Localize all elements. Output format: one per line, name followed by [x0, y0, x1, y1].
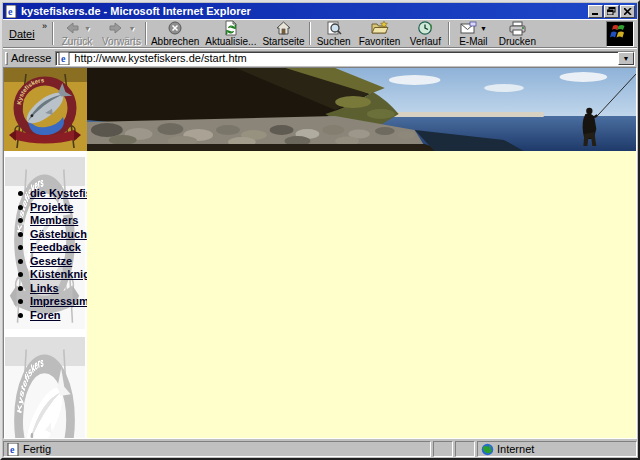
nav-item: Küstenknigge: [30, 268, 87, 282]
nav-item: Projekte: [30, 201, 87, 215]
nav-link-members[interactable]: Members: [30, 214, 78, 226]
refresh-label: Aktualisie...: [205, 36, 256, 47]
minimize-icon: [592, 8, 600, 15]
nav-link-feedback[interactable]: Feedback: [30, 241, 81, 253]
favorites-button[interactable]: Favoriten: [356, 21, 404, 46]
print-button[interactable]: Drucken: [495, 21, 539, 46]
svg-text:e: e: [10, 444, 15, 455]
history-label: Verlauf: [410, 36, 441, 47]
back-label: Zurück: [62, 36, 93, 47]
titlebar[interactable]: e kystefiskers.de - Microsoft Internet E…: [3, 3, 637, 19]
home-label: Startseite: [262, 36, 304, 47]
close-icon: [624, 8, 632, 15]
nav-item: Gesetze: [30, 255, 87, 269]
nav-item: Impressum: [30, 295, 87, 309]
internet-globe-icon: [481, 443, 494, 456]
history-icon: [417, 20, 433, 36]
favorites-label: Favoriten: [359, 36, 401, 47]
browser-viewport: die Kystefiskers Projekte Members Gästeb…: [3, 67, 637, 439]
address-dropdown-button[interactable]: ▼: [618, 52, 634, 65]
nav-link-projekte[interactable]: Projekte: [30, 201, 73, 213]
back-dropdown-icon[interactable]: ▼: [84, 25, 91, 32]
toolbar-separator: [448, 22, 450, 45]
refresh-button[interactable]: Aktualisie...: [202, 21, 259, 46]
url-text[interactable]: http://www.kystefiskers.de/start.htm: [74, 52, 618, 64]
search-button[interactable]: Suchen: [312, 21, 356, 46]
restore-icon: [607, 7, 616, 15]
history-button[interactable]: Verlauf: [403, 21, 447, 46]
svg-text:e: e: [61, 53, 66, 64]
favorites-icon: [371, 20, 389, 36]
nav-menu: die Kystefiskers Projekte Members Gästeb…: [4, 151, 87, 322]
address-bar-grip[interactable]: [5, 52, 8, 65]
restore-button[interactable]: [604, 5, 619, 18]
nav-item: Members: [30, 214, 87, 228]
windows-flag-icon: [610, 25, 630, 43]
stop-button[interactable]: Abbrechen: [148, 21, 202, 46]
banner-photo: [87, 68, 636, 151]
forward-label: Vorwärts: [102, 36, 141, 47]
toolbar-separator: [145, 22, 147, 45]
svg-text:e: e: [8, 6, 13, 17]
url-page-icon: e: [58, 52, 71, 65]
stop-icon: [167, 20, 183, 36]
search-icon: [326, 20, 342, 36]
banner-row: [4, 68, 636, 151]
content-area: [87, 151, 636, 438]
mail-dropdown-icon[interactable]: ▼: [480, 25, 487, 32]
print-label: Drucken: [499, 36, 536, 47]
mail-button[interactable]: ▼ E-Mail: [451, 21, 495, 46]
forward-dropdown-icon[interactable]: ▼: [128, 25, 135, 32]
nav-link-gaestebuch[interactable]: Gästebuch: [30, 228, 87, 240]
home-icon: [275, 20, 292, 36]
toolbar: Datei » ▼ Zurück ▼ Vorwärts: [3, 19, 637, 48]
nav-item: die Kystefiskers: [30, 187, 87, 201]
stop-label: Abbrechen: [151, 36, 199, 47]
back-arrow-icon: [63, 20, 81, 36]
back-button[interactable]: ▼ Zurück: [55, 21, 99, 46]
nav-link-foren[interactable]: Foren: [30, 309, 61, 321]
menu-file[interactable]: Datei: [9, 28, 35, 40]
nav-link-links[interactable]: Links: [30, 282, 59, 294]
site-logo: [4, 68, 87, 151]
toolbar-separator: [52, 22, 54, 45]
nav-link-kystefiskers[interactable]: die Kystefiskers: [30, 187, 87, 199]
windows-logo-throbber: [606, 21, 634, 47]
status-pane-empty: [455, 441, 475, 457]
mail-icon: [460, 21, 477, 36]
nav-link-impressum[interactable]: Impressum: [30, 295, 87, 307]
watermark-logo-icon: [5, 337, 85, 438]
status-page-icon: e: [7, 443, 20, 456]
mail-label: E-Mail: [459, 36, 487, 47]
zone-text: Internet: [497, 443, 534, 455]
nav-item: Foren: [30, 309, 87, 323]
zone-pane: Internet: [477, 441, 637, 457]
search-label: Suchen: [317, 36, 351, 47]
nav-item: Gästebuch: [30, 228, 87, 242]
status-text: Fertig: [23, 443, 51, 455]
toolbar-separator: [309, 22, 311, 45]
status-pane: e Fertig: [3, 441, 431, 457]
menu-file-label: Datei: [9, 28, 35, 40]
status-pane-empty: [433, 441, 453, 457]
home-button[interactable]: Startseite: [259, 21, 307, 46]
forward-button[interactable]: ▼ Vorwärts: [99, 21, 144, 46]
nav-link-gesetze[interactable]: Gesetze: [30, 255, 72, 267]
menu-bar[interactable]: Datei »: [3, 21, 51, 46]
sidebar: die Kystefiskers Projekte Members Gästeb…: [4, 151, 87, 438]
address-input[interactable]: e http://www.kystefiskers.de/start.htm ▼: [55, 51, 635, 66]
window-title: kystefiskers.de - Microsoft Internet Exp…: [21, 5, 587, 17]
nav-item: Links: [30, 282, 87, 296]
address-label: Adresse: [11, 52, 51, 64]
ie-page-icon: e: [5, 5, 18, 18]
chevron-more-icon[interactable]: »: [42, 21, 47, 31]
address-bar: Adresse e http://www.kystefiskers.de/sta…: [3, 48, 637, 67]
page-body: die Kystefiskers Projekte Members Gästeb…: [4, 151, 636, 438]
minimize-button[interactable]: [588, 5, 603, 18]
browser-window: e kystefiskers.de - Microsoft Internet E…: [0, 0, 640, 460]
forward-arrow-icon: [107, 20, 125, 36]
nav-link-kuestenknigge[interactable]: Küstenknigge: [30, 268, 87, 280]
close-button[interactable]: [620, 5, 635, 18]
print-icon: [509, 21, 526, 36]
nav-item: Feedback: [30, 241, 87, 255]
